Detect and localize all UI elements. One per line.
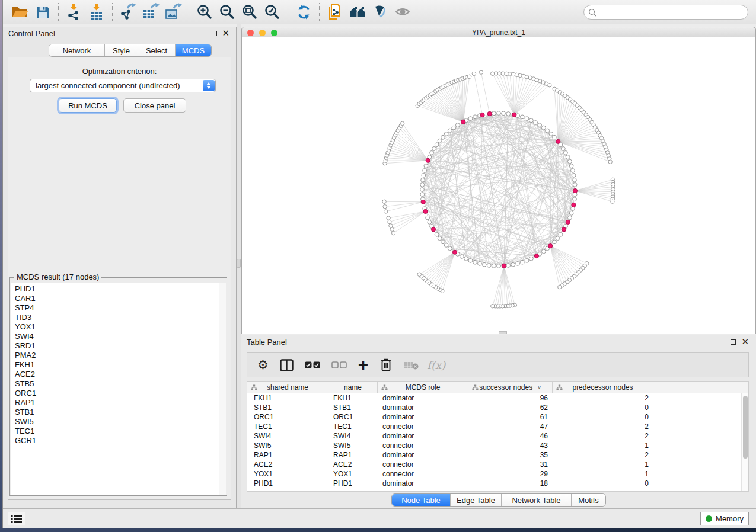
column-header-shared-name[interactable]: shared name (247, 382, 328, 393)
table-cell[interactable]: SWI5 (328, 441, 378, 450)
table-cell[interactable]: 2 (553, 451, 653, 459)
zoom-selected-icon[interactable] (261, 2, 283, 22)
table-row[interactable]: ORC1ORC1dominator610 (247, 412, 741, 422)
table-cell[interactable]: 2 (553, 394, 653, 402)
mcds-result-item[interactable]: FKH1 (15, 360, 219, 370)
mcds-result-item[interactable]: SWI5 (15, 417, 219, 427)
table-row[interactable]: SWI4SWI4dominator462 (247, 431, 741, 441)
table-cell[interactable]: 0 (553, 403, 653, 412)
table-cell[interactable]: dominator (378, 403, 468, 412)
table-cell[interactable]: 96 (468, 394, 553, 402)
table-cell[interactable]: 61 (468, 413, 553, 421)
mcds-result-item[interactable]: YOX1 (15, 322, 219, 332)
open-file-icon[interactable] (9, 2, 31, 22)
table-cell[interactable]: STB1 (328, 403, 378, 412)
mcds-result-item[interactable]: STB1 (15, 408, 219, 417)
table-cell[interactable]: 2 (553, 422, 653, 431)
table-row[interactable]: FKH1FKH1dominator962 (247, 393, 741, 403)
show-columns-icon[interactable] (280, 359, 294, 371)
table-cell[interactable]: ORC1 (247, 413, 328, 421)
scrollbar-thumb[interactable] (743, 396, 748, 459)
table-cell[interactable]: ORC1 (328, 413, 378, 421)
table-cell[interactable]: RAP1 (247, 451, 328, 459)
table-cell[interactable]: 62 (468, 403, 553, 412)
graphics-details-icon[interactable] (369, 2, 391, 22)
table-cell[interactable]: connector (378, 441, 468, 450)
first-neighbors-icon[interactable] (346, 2, 369, 22)
close-panel-icon[interactable]: ✕ (222, 28, 229, 38)
table-cell[interactable]: ACE2 (247, 460, 328, 469)
table-cell[interactable]: 18 (468, 479, 553, 488)
memory-button[interactable]: Memory (700, 512, 749, 525)
close-table-panel-icon[interactable]: ✕ (741, 337, 749, 347)
search-box[interactable] (583, 5, 748, 20)
tab-node-table[interactable]: Node Table (392, 494, 451, 506)
table-cell[interactable]: dominator (378, 451, 468, 459)
table-cell[interactable]: YOX1 (328, 470, 378, 478)
table-cell[interactable]: dominator (378, 432, 468, 440)
task-history-button[interactable] (8, 512, 25, 525)
table-cell[interactable]: PHD1 (328, 479, 378, 488)
table-cell[interactable]: SWI4 (328, 432, 378, 440)
vertical-splitter[interactable] (237, 24, 241, 508)
table-cell[interactable]: ACE2 (328, 460, 378, 469)
mcds-result-item[interactable]: RAP1 (15, 398, 219, 408)
column-header-MCDS-role[interactable]: MCDS role (378, 382, 468, 393)
unselect-all-columns-icon[interactable] (331, 361, 347, 368)
table-cell[interactable]: 43 (468, 441, 553, 450)
mcds-result-item[interactable]: STB5 (15, 379, 219, 389)
table-cell[interactable]: 46 (468, 432, 553, 440)
tab-select[interactable]: Select (138, 44, 176, 56)
table-cell[interactable]: 47 (468, 422, 553, 431)
import-table-icon[interactable] (85, 2, 108, 22)
mcds-result-item[interactable]: SWI4 (15, 332, 219, 341)
table-cell[interactable]: dominator (378, 413, 468, 421)
table-cell[interactable]: dominator (378, 394, 468, 402)
search-input[interactable] (599, 8, 748, 17)
select-all-columns-icon[interactable] (305, 361, 320, 368)
table-row[interactable]: STB1STB1dominator620 (247, 403, 741, 412)
zoom-fit-icon[interactable] (238, 2, 261, 22)
optimization-criterion-select[interactable]: largest connected component (undirected) (30, 79, 216, 92)
settings-icon[interactable]: ⚙ (257, 359, 269, 371)
table-cell[interactable]: connector (378, 460, 468, 469)
table-cell[interactable]: 0 (553, 479, 653, 488)
add-icon[interactable]: + (358, 358, 369, 372)
mcds-result-item[interactable]: TID3 (15, 313, 219, 322)
refresh-icon[interactable] (292, 2, 315, 22)
table-cell[interactable]: 0 (553, 413, 653, 421)
table-cell[interactable]: dominator (378, 479, 468, 488)
table-cell[interactable]: YOX1 (247, 470, 328, 478)
mcds-result-item[interactable]: SRD1 (15, 341, 219, 351)
birds-eye-icon[interactable] (391, 2, 414, 22)
mcds-result-scrollbar[interactable] (219, 283, 226, 495)
clear-table-icon[interactable] (404, 361, 419, 370)
table-row[interactable]: PHD1PHD1dominator180 (247, 479, 741, 488)
table-cell[interactable]: 35 (468, 451, 553, 459)
table-cell[interactable]: SWI5 (247, 441, 328, 450)
mcds-result-item[interactable]: PMA2 (15, 351, 219, 360)
network-canvas[interactable] (241, 37, 756, 334)
table-scrollbar[interactable] (741, 393, 748, 491)
close-panel-button[interactable]: Close panel (123, 98, 186, 113)
table-cell[interactable]: 1 (553, 460, 653, 469)
mcds-result-item[interactable]: TEC1 (15, 427, 219, 436)
clone-network-icon[interactable] (324, 2, 346, 22)
zoom-out-icon[interactable] (216, 2, 238, 22)
save-session-icon[interactable] (31, 2, 54, 22)
table-cell[interactable]: FKH1 (328, 394, 378, 402)
table-cell[interactable]: FKH1 (247, 394, 328, 402)
column-header-name[interactable]: name (328, 382, 378, 393)
tab-edge-table[interactable]: Edge Table (451, 494, 502, 506)
table-row[interactable]: SWI5SWI5connector431 (247, 441, 741, 450)
mcds-result-item[interactable]: STP4 (15, 303, 219, 313)
table-row[interactable]: ACE2ACE2connector311 (247, 460, 741, 469)
table-cell[interactable]: connector (378, 422, 468, 431)
table-row[interactable]: RAP1RAP1dominator352 (247, 450, 741, 460)
export-table-icon[interactable] (139, 2, 162, 22)
table-cell[interactable]: TEC1 (247, 422, 328, 431)
mcds-result-item[interactable]: CAR1 (15, 294, 219, 303)
mcds-result-item[interactable]: ACE2 (15, 370, 219, 379)
table-cell[interactable]: 31 (468, 460, 553, 469)
table-row[interactable]: YOX1YOX1connector291 (247, 469, 741, 479)
